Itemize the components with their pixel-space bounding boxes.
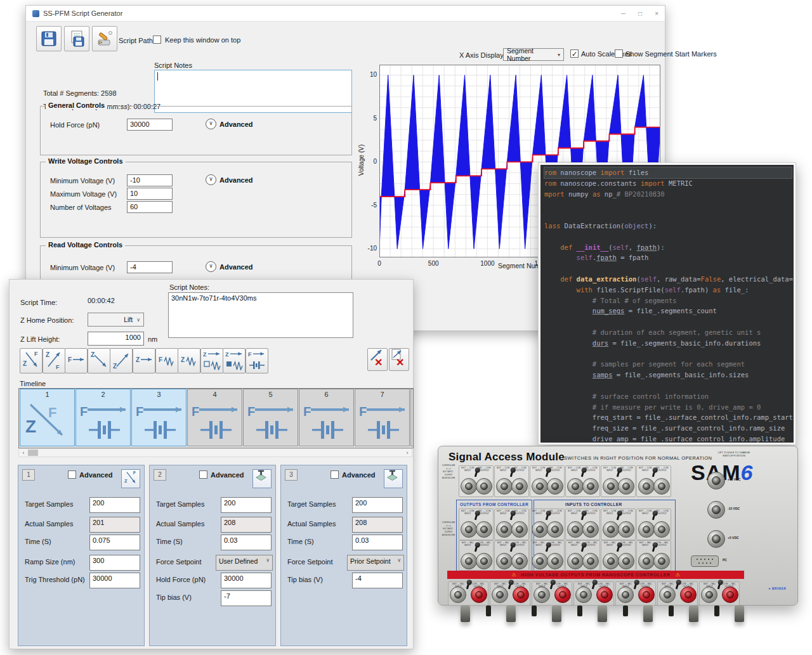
z-wave-button[interactable]: Z [178, 348, 200, 373]
hold-force-input[interactable]: 30000 [127, 119, 173, 131]
general-advanced-expander[interactable]: ∨Advanced [206, 119, 253, 129]
close-button[interactable]: × [655, 10, 658, 17]
scrollbar-thumb[interactable] [28, 450, 38, 456]
x-axis-display-dropdown[interactable]: Segment Number▾ [503, 48, 564, 61]
force-bias-icon: F [247, 349, 266, 373]
z-lift-input[interactable]: 1000 [88, 332, 144, 346]
save-button[interactable] [36, 26, 62, 51]
panel-advanced-checkbox[interactable] [331, 470, 339, 479]
z-approach-force-icon: ZF [122, 469, 139, 488]
timeline-segment-3[interactable]: 3F [131, 389, 187, 446]
chevron-down-icon: ∨ [206, 261, 216, 272]
min-voltage-label: Minimum Voltage (V) [50, 177, 115, 185]
force-wave-button[interactable]: F [155, 348, 178, 373]
timeline-segment-2[interactable]: 2F [75, 389, 131, 446]
code-line: freq_start = file_.surface_control_info.… [544, 412, 794, 423]
bnc-pair-label: EXT → CONINPUT [531, 510, 547, 515]
vdc-label: -15 VDC [728, 507, 740, 510]
field-input[interactable]: -7 [221, 590, 272, 606]
minimize-button[interactable]: ─ [621, 10, 625, 17]
write-min-voltage-input[interactable]: -10 [127, 174, 173, 186]
timeline-segment-6[interactable]: 6F [299, 389, 354, 446]
field-select[interactable]: User Defined∨ [216, 555, 273, 571]
db9-connector-icon [691, 555, 719, 567]
delete-all-segments-button[interactable]: ✕ [389, 348, 409, 371]
z-approach-force-button[interactable]: ZF [20, 348, 43, 373]
panel-type-button[interactable]: ZF [121, 469, 140, 488]
write-advanced-expander[interactable]: ∨Advanced [206, 174, 253, 185]
timeline-segment-7[interactable]: 7F [355, 389, 410, 446]
timeline-segment-icon: F [299, 399, 353, 448]
scroll-left-arrow-icon[interactable]: ‹ [19, 449, 28, 457]
bnc-connector-icon [582, 478, 599, 495]
save-copy-button[interactable] [64, 26, 89, 51]
segment-markers-checkbox[interactable] [615, 49, 623, 58]
bnc-connector-icon [653, 478, 670, 495]
read-min-voltage-input[interactable]: -4 [127, 261, 173, 273]
maximize-button[interactable]: □ [638, 10, 642, 17]
write-voltage-group: Write Voltage Controls Minimum Voltage (… [40, 162, 352, 238]
z-image-wave-button[interactable]: Z [223, 348, 246, 373]
z-ramp-up-button[interactable]: Z [110, 348, 133, 373]
timeline-segment-4[interactable]: 4F [187, 389, 242, 446]
field-input[interactable]: 30000 [221, 573, 272, 588]
bnc-connector-icon [461, 478, 477, 495]
timeline-label: Timeline [20, 380, 46, 387]
sam-subtitle: SWITCHES IN RIGHT POSITION FOR NORMAL OP… [564, 455, 712, 461]
field-label: Tip bias (V) [156, 593, 192, 601]
panel-type-button[interactable] [384, 469, 403, 488]
z-hold-button[interactable]: Z [133, 348, 155, 373]
auto-scale-checkbox[interactable]: ✓ [570, 49, 579, 58]
timeline-segment-8[interactable]: 8F [410, 389, 414, 446]
panel-schematic: CONTROLLER⊙—⊙EXT INPUT · OUTPUTMICROSCOP… [439, 521, 458, 537]
keep-on-top-checkbox[interactable] [153, 36, 161, 44]
delete-segment-button[interactable]: ✕ [367, 348, 388, 371]
timeline-segment-number: 5 [244, 391, 298, 398]
bnc-pair-label: EXT → CONINPUT [531, 467, 547, 472]
field-input[interactable]: -4 [352, 573, 403, 588]
z-home-dropdown[interactable]: Lift∨ [88, 313, 144, 327]
edit-script-button[interactable] [92, 26, 117, 51]
z-ramp-down-button[interactable]: Z [88, 348, 110, 373]
panel-type-button[interactable] [252, 469, 272, 488]
panel-advanced-checkbox[interactable] [68, 470, 76, 479]
svg-text:F: F [136, 405, 143, 418]
bnc-connector-icon [547, 521, 563, 538]
code-line: rom nanoscope.constants import METRIC [544, 178, 794, 189]
field-select[interactable]: Prior Setpoint∨ [347, 555, 404, 571]
python-code[interactable]: rom nanoscope import filesrom nanoscope.… [540, 165, 794, 443]
num-voltages-input[interactable]: 60 [127, 201, 173, 213]
field-input[interactable]: 30000 [89, 573, 140, 588]
timeline-segment-5[interactable]: 5F [243, 389, 298, 446]
sam-logo-6: 6 [741, 460, 754, 484]
force-bias-button[interactable]: F [246, 348, 268, 373]
field-input[interactable]: 0.075 [89, 535, 140, 550]
timeline-segment-icon: F [188, 399, 242, 448]
scroll-right-arrow-icon[interactable]: › [403, 449, 412, 457]
z-hold-icon: Z [134, 349, 154, 373]
force-hold-button[interactable]: F [65, 348, 88, 373]
field-input[interactable]: 0.03 [221, 535, 272, 550]
timeline-scrollbar[interactable]: ‹ › [18, 448, 412, 457]
write-max-voltage-input[interactable]: 10 [127, 188, 173, 200]
panel-advanced-checkbox[interactable] [199, 470, 207, 479]
window1-titlebar[interactable]: SS-PFM Script Generator ─ □ × [26, 6, 665, 22]
toggle-switch-icon [652, 514, 655, 520]
bnc-pair-label: EXT → CONINPUT [566, 467, 582, 472]
script-notes-textarea[interactable]: 30nN1w-7to71r-4to4V30ms [168, 292, 353, 338]
field-input[interactable]: 200 [221, 497, 272, 513]
field-input[interactable]: 0.03 [352, 535, 403, 550]
text-caret [157, 72, 158, 81]
script-time-value: 00:00:42 [88, 297, 115, 304]
keep-on-top-label: Keep this window on top [165, 36, 240, 44]
read-advanced-expander[interactable]: ∨Advanced [206, 261, 253, 272]
field-label: Actual Samples [156, 520, 204, 528]
field-input[interactable]: 200 [89, 497, 140, 513]
general-controls-group: General Controls Hold Force (pN) 30000 ∨… [40, 106, 352, 155]
z-retract-force-button[interactable]: ZF [43, 348, 65, 373]
field-input[interactable]: 300 [89, 555, 140, 571]
timeline-segment-1[interactable]: 1ZF [20, 389, 75, 446]
field-label: Actual Samples [25, 520, 73, 528]
z-step-wave-button[interactable]: Z [200, 348, 223, 373]
field-input[interactable]: 200 [352, 497, 403, 513]
